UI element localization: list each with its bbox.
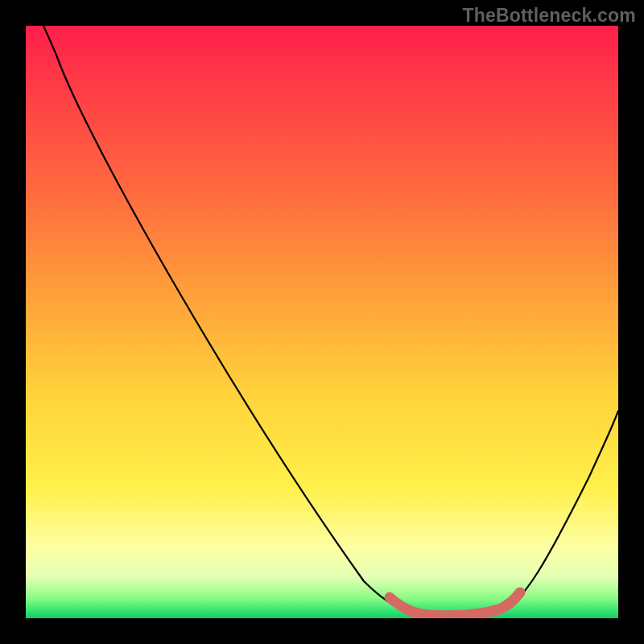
gradient-background xyxy=(26,26,618,618)
plot-area xyxy=(26,26,618,618)
watermark-text: TheBottleneck.com xyxy=(462,5,636,27)
chart-frame: TheBottleneck.com xyxy=(0,0,644,644)
